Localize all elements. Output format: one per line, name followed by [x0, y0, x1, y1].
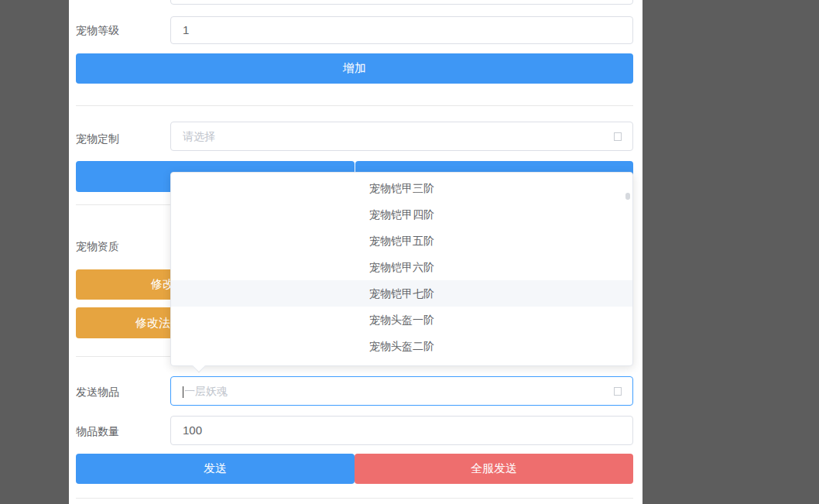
dropdown-option[interactable]: 宠物铠甲五阶 — [171, 228, 632, 254]
select-caret-icon — [614, 387, 622, 396]
pet-level-input[interactable]: 1 — [170, 16, 633, 44]
item-count-input[interactable]: 100 — [170, 416, 633, 445]
select-caret-icon — [614, 132, 622, 141]
top-partial-input[interactable] — [170, 0, 633, 5]
dropdown-option-list: 宠物铠甲三阶宠物铠甲四阶宠物铠甲五阶宠物铠甲六阶宠物铠甲七阶宠物头盔一阶宠物头盔… — [171, 175, 632, 359]
dropdown-pointer-arrow — [193, 360, 206, 373]
pet-custom-select[interactable]: 请选择 — [170, 122, 633, 151]
dropdown-option[interactable]: 宠物铠甲七阶 — [171, 280, 632, 307]
pet-aptitude-label: 宠物资质 — [76, 240, 119, 254]
pet-custom-label: 宠物定制 — [76, 132, 119, 146]
divider — [76, 105, 633, 106]
content-card: 宠物等级 1 增加 宠物定制 请选择 宠物资质 修改 修改法 发送物品 一层妖魂… — [69, 0, 643, 504]
divider — [76, 498, 633, 499]
add-button[interactable]: 增加 — [76, 53, 633, 84]
send-all-servers-button[interactable]: 全服发送 — [355, 454, 633, 484]
item-count-label: 物品数量 — [76, 425, 119, 439]
send-item-label: 发送物品 — [76, 386, 119, 399]
dropdown-option[interactable]: 宠物铠甲四阶 — [171, 201, 632, 228]
send-button[interactable]: 发送 — [76, 454, 355, 484]
modify-button-2-text: 修改法 — [135, 307, 170, 338]
pet-level-label: 宠物等级 — [76, 24, 119, 38]
pet-custom-placeholder: 请选择 — [183, 130, 215, 142]
dropdown-option[interactable]: 宠物头盔二阶 — [171, 333, 632, 359]
send-item-select[interactable]: 一层妖魂 — [170, 376, 633, 406]
dropdown-option[interactable]: 宠物铠甲六阶 — [171, 254, 632, 280]
send-item-placeholder: 一层妖魂 — [184, 385, 228, 397]
dropdown-option[interactable]: 宠物头盔一阶 — [171, 307, 632, 333]
dropdown-scrollbar-thumb[interactable] — [625, 193, 630, 200]
text-cursor — [183, 386, 183, 398]
dropdown-option[interactable]: 宠物铠甲三阶 — [171, 175, 632, 201]
item-select-dropdown: 宠物铠甲三阶宠物铠甲四阶宠物铠甲五阶宠物铠甲六阶宠物铠甲七阶宠物头盔一阶宠物头盔… — [170, 172, 633, 366]
